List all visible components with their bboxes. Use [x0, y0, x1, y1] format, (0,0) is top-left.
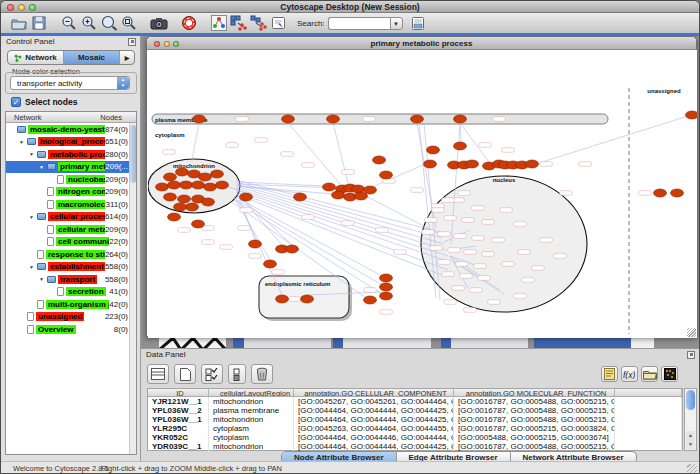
table-scrollbar[interactable]: ▲▼ — [684, 388, 697, 451]
table-row[interactable]: YPL036W__1mitochondrion[GO:0044464, GO:0… — [148, 415, 682, 424]
graph-node[interactable] — [156, 183, 169, 191]
graph-node[interactable] — [427, 146, 440, 154]
graph-node[interactable] — [686, 111, 698, 119]
tree-row[interactable]: nitrogen compo209(0) — [6, 186, 136, 199]
zoom-in-button[interactable] — [79, 14, 99, 32]
column-header[interactable] — [615, 389, 682, 396]
expander-icon[interactable]: ▼ — [29, 151, 37, 157]
node-color-combo[interactable]: transporter activity ▲▼ — [10, 76, 130, 90]
graph-node[interactable] — [301, 295, 314, 303]
graph-node[interactable] — [454, 142, 467, 150]
app-titlebar[interactable]: Cytoscape Desktop (New Session) — [1, 1, 699, 13]
attribute-list-button[interactable] — [147, 364, 169, 384]
select-nodes-checkbox[interactable]: ✓ — [11, 97, 21, 107]
tree-row[interactable]: ▼establishment of lo558(0) — [6, 261, 136, 274]
tab-overflow-arrow[interactable]: ▶ — [120, 51, 134, 64]
tree-row[interactable]: unassigned223(0) — [6, 311, 136, 324]
window-resize-grip[interactable] — [687, 328, 696, 337]
graph-node[interactable] — [282, 115, 295, 123]
graph-node[interactable] — [671, 189, 684, 197]
tab-network[interactable]: Network — [8, 51, 64, 64]
table-row[interactable]: YPL036W__2plasma membrane[GO:0044464, GO… — [148, 406, 682, 415]
tree-row[interactable]: secretion41(0) — [6, 286, 136, 299]
graph-node[interactable] — [526, 160, 539, 168]
background-window-fragment[interactable] — [534, 338, 631, 348]
graph-node[interactable] — [454, 115, 467, 123]
graph-node[interactable] — [380, 274, 393, 282]
graph-node[interactable] — [211, 170, 224, 178]
graph-node[interactable] — [332, 191, 345, 199]
app-resize-grip[interactable] — [687, 464, 697, 474]
tree-row[interactable]: ▼cellular process614(0) — [6, 211, 136, 224]
tree-row[interactable]: cell communicat22(0) — [6, 236, 136, 249]
expander-icon[interactable]: ▼ — [29, 214, 37, 220]
float-panel-icon[interactable] — [128, 38, 136, 46]
new-attribute-button[interactable] — [174, 364, 196, 384]
open-file-button[interactable] — [9, 14, 29, 32]
column-header[interactable]: _cellularLayoutRegion — [209, 389, 294, 396]
tree-row[interactable]: response to stimulu264(0) — [6, 248, 136, 261]
layout-a-button[interactable] — [229, 14, 249, 32]
graph-node[interactable] — [199, 173, 212, 181]
graph-node[interactable] — [380, 171, 393, 179]
background-window-fragment[interactable] — [343, 338, 431, 348]
graph-node[interactable] — [176, 168, 189, 176]
tree-scrollbar[interactable] — [129, 123, 136, 454]
graph-node[interactable] — [373, 156, 386, 164]
graph-node[interactable] — [654, 189, 667, 197]
tree-row[interactable]: ▼transport558(0) — [6, 273, 136, 286]
zoom-fit-button[interactable] — [119, 14, 139, 32]
table-row[interactable]: YJR121W__1mitochondrion[GO:0045267, GO:0… — [148, 397, 682, 406]
network-canvas[interactable]: plasma membrane cytoplasm mitochondrion … — [148, 50, 697, 338]
graph-node[interactable] — [192, 181, 205, 189]
graph-node[interactable] — [249, 240, 262, 248]
notes-button[interactable] — [601, 366, 618, 382]
background-window-fragment[interactable] — [244, 338, 331, 348]
graph-node[interactable] — [178, 195, 191, 203]
tree-row[interactable]: cellular metabol209(0) — [6, 223, 136, 236]
graph-node[interactable] — [168, 213, 181, 221]
graph-node[interactable] — [164, 193, 177, 201]
network-window-titlebar[interactable]: primary metabolic process — [147, 37, 696, 50]
tree-row[interactable]: ▼biological_process651(0) — [6, 136, 136, 149]
graph-node[interactable] — [364, 186, 377, 194]
table-row[interactable]: YKR052Ccytoplasm[GO:0044464, GO:0044446,… — [148, 433, 682, 442]
graph-node[interactable] — [202, 198, 215, 206]
graph-node[interactable] — [180, 181, 193, 189]
tree-row[interactable]: mosaic-demo-yeast874(0) — [6, 123, 136, 136]
graph-node[interactable] — [380, 292, 393, 300]
expander-icon[interactable]: ▼ — [29, 264, 37, 270]
tree-row[interactable]: ▼primary metabo209(... — [6, 161, 136, 174]
graph-node[interactable] — [164, 173, 177, 181]
tree-row[interactable]: ▼metabolic process280(0) — [6, 148, 136, 161]
help-button[interactable] — [179, 14, 199, 32]
background-window-fragment[interactable] — [631, 338, 654, 348]
graph-node[interactable] — [352, 185, 365, 193]
graph-node[interactable] — [424, 160, 437, 168]
graph-node[interactable] — [192, 220, 205, 228]
graph-node[interactable] — [193, 115, 206, 123]
search-input[interactable] — [328, 17, 390, 30]
open-attribute-button[interactable] — [641, 366, 658, 382]
expander-icon[interactable]: ▼ — [19, 139, 27, 145]
search-dropdown[interactable]: ▼ — [390, 17, 403, 30]
graph-node[interactable] — [168, 181, 181, 189]
select-attributes-button[interactable] — [201, 364, 223, 384]
save-button[interactable] — [29, 14, 49, 32]
background-window-fragment[interactable] — [233, 338, 244, 348]
annotation-button[interactable] — [269, 14, 289, 32]
column-header[interactable]: annotation.GO MOLECULAR_FUNCTION — [454, 389, 615, 396]
table-row[interactable]: YDR039C__1mitochondrion[GO:0044464, GO:0… — [148, 442, 682, 451]
tree-row[interactable]: nucleobase-209(0) — [6, 173, 136, 186]
graph-node[interactable] — [174, 203, 187, 211]
network-overview-button[interactable] — [209, 14, 229, 32]
background-window-fragment[interactable] — [451, 338, 528, 348]
graph-node[interactable] — [286, 245, 299, 253]
zoom-selected-button[interactable] — [99, 14, 119, 32]
graph-node[interactable] — [294, 193, 307, 201]
zoom-out-button[interactable] — [59, 14, 79, 32]
table-row[interactable]: YLR295Ccytoplasm[GO:0045263, GO:0044464,… — [148, 424, 682, 433]
tab-mosaic[interactable]: Mosaic — [64, 51, 120, 64]
graph-node[interactable] — [240, 193, 253, 201]
graph-node[interactable] — [380, 283, 393, 291]
